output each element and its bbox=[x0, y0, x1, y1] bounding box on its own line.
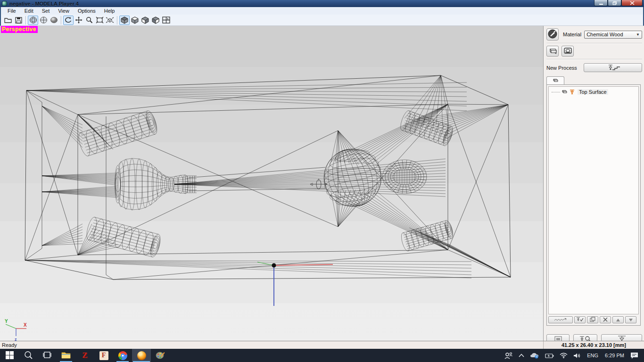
hidden-line-view-button[interactable] bbox=[38, 16, 49, 25]
modela-player-app[interactable] bbox=[132, 349, 151, 362]
app-icon bbox=[2, 1, 7, 6]
tree-connector bbox=[552, 92, 560, 92]
menu-set[interactable]: Set bbox=[38, 8, 54, 14]
language-indicator[interactable]: ENG bbox=[584, 353, 602, 358]
z-app[interactable]: Z bbox=[75, 349, 94, 362]
pan-button[interactable] bbox=[74, 16, 84, 25]
f-app-icon: F bbox=[99, 351, 108, 360]
zoom-button[interactable] bbox=[84, 16, 94, 25]
volume-icon[interactable] bbox=[570, 349, 584, 362]
front-view-button[interactable] bbox=[140, 16, 150, 25]
menu-edit[interactable]: Edit bbox=[21, 8, 37, 14]
divider bbox=[546, 43, 642, 43]
new-process-button[interactable] bbox=[584, 63, 642, 72]
toolpath-button[interactable] bbox=[548, 316, 573, 323]
action-center-icon[interactable] bbox=[627, 349, 644, 362]
tool-settings-button[interactable] bbox=[574, 316, 586, 323]
file-explorer-app[interactable] bbox=[57, 349, 75, 362]
svg-text:X: X bbox=[24, 322, 27, 328]
surface-button[interactable] bbox=[561, 46, 574, 57]
process-panel: Top Surface bbox=[546, 84, 641, 326]
paint-app[interactable] bbox=[151, 349, 170, 362]
minimize-button[interactable] bbox=[594, 0, 608, 6]
orange-ball-icon bbox=[137, 351, 146, 360]
quad-view-button[interactable] bbox=[161, 16, 171, 25]
pan-icon bbox=[75, 16, 83, 24]
save-button[interactable] bbox=[13, 16, 24, 25]
close-button[interactable] bbox=[621, 0, 643, 6]
delete-x-icon bbox=[603, 317, 608, 323]
model-dimensions: 41.25 x 26.40 x 23.10 [mm] bbox=[543, 341, 644, 349]
zoom-box-icon bbox=[106, 16, 114, 24]
top-view-button[interactable] bbox=[130, 16, 140, 25]
status-bar: Ready 41.25 x 26.40 x 23.10 [mm] bbox=[0, 341, 644, 349]
rotate-view-button[interactable] bbox=[63, 16, 74, 25]
chrome-icon bbox=[118, 351, 127, 360]
material-button[interactable] bbox=[546, 28, 559, 41]
process-tree[interactable]: Top Surface bbox=[548, 86, 639, 314]
menu-help[interactable]: Help bbox=[100, 8, 119, 14]
tree-item-label: Top Surface bbox=[578, 89, 608, 95]
toolpath-wave-icon bbox=[553, 317, 568, 323]
side-view-button[interactable] bbox=[150, 16, 161, 25]
open-folder-icon bbox=[4, 17, 12, 24]
menu-view[interactable]: View bbox=[54, 8, 73, 14]
magnifier-icon bbox=[86, 16, 93, 24]
cutter-icon bbox=[548, 29, 557, 40]
wireframe-sphere-icon bbox=[29, 16, 37, 24]
start-button[interactable] bbox=[0, 349, 19, 362]
windows-logo-icon bbox=[6, 351, 14, 360]
divider bbox=[546, 59, 642, 59]
clock[interactable]: 6:29 PM bbox=[602, 353, 627, 358]
copy-process-button[interactable] bbox=[587, 316, 598, 323]
process-list-tab[interactable] bbox=[546, 76, 564, 84]
menu-bar: File Edit Set View Options Help bbox=[0, 7, 644, 15]
task-view-icon bbox=[43, 351, 51, 360]
wifi-icon[interactable] bbox=[557, 349, 570, 362]
iso-view-button[interactable] bbox=[119, 16, 130, 25]
move-down-button[interactable] bbox=[625, 316, 636, 323]
tree-item-top-surface[interactable]: Top Surface bbox=[550, 89, 637, 95]
menu-file[interactable]: File bbox=[4, 8, 20, 14]
search-button[interactable] bbox=[19, 349, 38, 362]
hidden-line-sphere-icon bbox=[40, 16, 48, 24]
zoom-box-button[interactable] bbox=[105, 16, 115, 25]
process-sidebar: Material Chemical Wood ▼ New Process bbox=[543, 26, 644, 341]
open-button[interactable] bbox=[3, 16, 13, 25]
task-view-button[interactable] bbox=[38, 349, 57, 362]
battery-icon[interactable] bbox=[542, 349, 557, 362]
people-icon[interactable] bbox=[502, 349, 516, 362]
viewport-3d[interactable]: YXz Perspective bbox=[0, 26, 543, 341]
maximize-button[interactable] bbox=[608, 0, 621, 6]
wireframe-view-button[interactable] bbox=[28, 16, 38, 25]
cube-tab-icon bbox=[552, 78, 559, 83]
model-button[interactable] bbox=[546, 46, 559, 57]
chevron-up-icon[interactable] bbox=[516, 349, 527, 362]
title-bar[interactable]: negative - MODELA Player 4 bbox=[0, 0, 644, 7]
cube-iso-icon bbox=[120, 16, 129, 24]
svg-text:z: z bbox=[15, 337, 17, 341]
perspective-label: Perspective bbox=[1, 26, 38, 33]
material-dropdown[interactable]: Chemical Wood ▼ bbox=[584, 31, 642, 39]
surface-icon bbox=[564, 48, 572, 55]
tool-check-icon bbox=[576, 317, 584, 323]
delete-process-button[interactable] bbox=[600, 316, 611, 323]
cube-top-icon bbox=[131, 16, 139, 24]
shaded-view-button[interactable] bbox=[49, 16, 59, 25]
f-app[interactable]: F bbox=[94, 349, 113, 362]
material-label: Material bbox=[563, 32, 581, 37]
windows-taskbar: Z F ENG 6:29 PM bbox=[0, 349, 644, 362]
search-icon bbox=[24, 351, 33, 360]
new-process-label: New Process bbox=[546, 65, 577, 71]
z-app-icon: Z bbox=[82, 351, 87, 360]
svg-text:Y: Y bbox=[5, 319, 8, 324]
cube-node-icon bbox=[561, 89, 568, 95]
window-controls bbox=[594, 0, 643, 6]
menu-options[interactable]: Options bbox=[74, 8, 99, 14]
window-title: negative - MODELA Player 4 bbox=[9, 1, 79, 7]
onedrive-icon[interactable] bbox=[527, 349, 542, 362]
fit-screen-button[interactable] bbox=[94, 16, 105, 25]
copy-icon bbox=[590, 317, 595, 323]
chrome-app[interactable] bbox=[113, 349, 132, 362]
move-up-button[interactable] bbox=[612, 316, 624, 323]
